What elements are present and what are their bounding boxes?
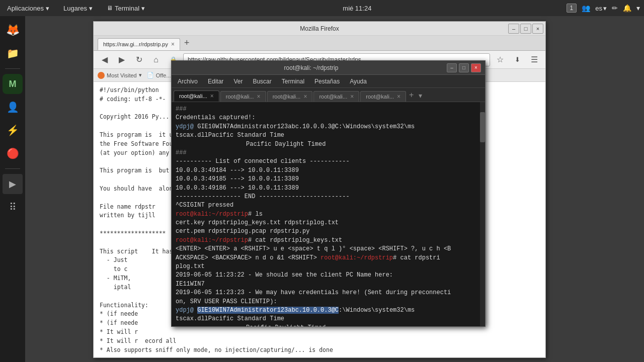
term-line-tscax2: tscax.dllPacific Standard Time: [176, 315, 475, 323]
terminal-titlebar: root@kali: ~/rdpstrip – □ ×: [172, 61, 485, 75]
firefox-tabbar: https://raw.gi...r/rdpstrip.py × +: [94, 36, 545, 51]
terminal-title: root@kali: ~/rdpstrip: [176, 64, 447, 71]
term-menu-buscar[interactable]: Buscar: [251, 77, 273, 86]
lang-arrow: ▾: [603, 5, 607, 12]
term-tab-4-close[interactable]: ×: [350, 93, 354, 100]
apps-menu[interactable]: Aplicaciones ▾: [4, 4, 52, 13]
places-menu[interactable]: Lugares ▾: [60, 4, 96, 13]
terminal-output: ### Credentials captured!: ydpj@ GIE10WI…: [176, 105, 475, 326]
term-maximize-btn[interactable]: □: [459, 63, 469, 72]
term-line-ls-output2: cert.pem rdpstriplog.pcap rdpstrip.py: [176, 227, 475, 236]
close-button[interactable]: ×: [532, 24, 543, 34]
term-tab-1-label: root@kali...: [179, 93, 207, 99]
scrollbar-thumb[interactable]: [480, 112, 485, 142]
tab-menu-button[interactable]: ▾: [417, 92, 424, 100]
power-arrow[interactable]: ▾: [636, 4, 640, 12]
taskbar-tool6[interactable]: 🔴: [3, 143, 23, 163]
user-icon[interactable]: 👥: [582, 4, 590, 12]
taskbar-separator-2: [5, 168, 20, 169]
taskbar-avatar[interactable]: 👤: [3, 97, 23, 117]
bookmark-star[interactable]: ☆: [493, 53, 507, 67]
term-menu-archivo[interactable]: Archivo: [176, 77, 200, 86]
taskbar-files[interactable]: 📁: [3, 43, 23, 63]
firefox-window-controls: – □ ×: [508, 24, 543, 34]
minimize-button[interactable]: –: [508, 24, 519, 34]
firefox-icon-small: [98, 72, 105, 79]
terminal-window-controls: – □ ×: [447, 63, 481, 72]
taskbar-firefox[interactable]: 🦊: [3, 20, 23, 40]
term-tab-3-close[interactable]: ×: [303, 93, 307, 100]
term-tab-5-close[interactable]: ×: [397, 93, 400, 100]
terminal-menubar: Archivo Editar Ver Buscar Terminal Pesta…: [172, 75, 485, 88]
tab-1-close[interactable]: ×: [171, 41, 175, 48]
badge-number: 1: [567, 4, 577, 13]
firefox-tab-1[interactable]: https://raw.gi...r/rdpstrip.py ×: [98, 38, 180, 50]
term-menu-ver[interactable]: Ver: [231, 77, 245, 86]
terminal-menu-arrow: ▾: [141, 5, 145, 12]
add-tab-button[interactable]: +: [407, 90, 416, 100]
bookmark-offer-icon: 📄: [147, 72, 154, 78]
term-close-btn[interactable]: ×: [471, 63, 481, 72]
taskbar: 🦊 📁 M 👤 ⚡ 🔴 ▶ ⠿: [0, 16, 25, 362]
term-line-creds: Credentials captured!:: [176, 114, 475, 122]
places-menu-arrow: ▾: [89, 5, 93, 12]
back-button[interactable]: ◀: [98, 53, 112, 67]
forward-button[interactable]: ▶: [115, 53, 129, 67]
lang-selector[interactable]: es ▾: [595, 5, 607, 12]
term-tab-5-label: root@kali...: [366, 94, 394, 100]
term-tab-2-label: root@kali...: [226, 94, 254, 100]
bookmark-visited[interactable]: Most Visited ▾: [98, 72, 142, 79]
taskbar-separator: [5, 68, 20, 69]
term-menu-terminal[interactable]: Terminal: [280, 77, 306, 86]
taskbar-metasploit[interactable]: M: [3, 74, 23, 94]
terminal-menu[interactable]: 🖥 Terminal ▾: [104, 4, 148, 13]
firefox-title: Mozilla Firefox: [300, 25, 339, 32]
term-line-ts1: 2019-06-05 11:23:22 - We should see the …: [176, 271, 475, 280]
home-button[interactable]: ⌂: [149, 53, 163, 67]
maximize-button[interactable]: □: [520, 24, 531, 34]
system-tray: 1 👥 es ▾ ✏ 🔔 ▾: [567, 4, 640, 13]
term-line-clients-footer: ------------------ END -----------------…: [176, 193, 475, 201]
term-line-cmd-ls: root@kali:~/rdpstrip# ls: [176, 210, 475, 219]
term-line-tscax1: tscax.dllPacific Standard Time: [176, 131, 475, 140]
notifications-icon[interactable]: 🔔: [623, 4, 631, 12]
term-line-pacific2: Pacific Daylight Timed: [176, 324, 475, 326]
term-line-ie11win7: IE11WIN7: [176, 280, 475, 289]
places-menu-label: Lugares: [63, 5, 87, 12]
term-line-comment2: ###: [176, 149, 475, 157]
term-tab-5[interactable]: root@kali... ×: [360, 91, 406, 102]
term-tab-1[interactable]: root@kali... ×: [174, 90, 219, 102]
terminal-scrollbar[interactable]: [480, 102, 485, 326]
download-button[interactable]: ⬇: [510, 53, 524, 67]
menu-button[interactable]: ☰: [527, 53, 541, 67]
term-tab-4-label: root@kali...: [319, 94, 347, 100]
terminal-window: root@kali: ~/rdpstrip – □ × Archivo Edit…: [171, 60, 486, 327]
term-line-keys-output1: <ENTER> <ENTER> a <RSHIFT> u e <space> t…: [176, 245, 475, 253]
reload-button[interactable]: ↻: [132, 53, 146, 67]
term-tab-3[interactable]: root@kali... ×: [267, 91, 313, 102]
tab-1-label: https://raw.gi...r/rdpstrip.py: [103, 41, 168, 47]
terminal-body[interactable]: ### Credentials captured!: ydpj@ GIE10WI…: [172, 102, 485, 326]
new-tab-button[interactable]: +: [181, 38, 193, 48]
term-line-comment1: ###: [176, 105, 475, 114]
term-tab-2-close[interactable]: ×: [257, 93, 261, 100]
term-tab-3-label: root@kali...: [273, 94, 301, 100]
term-menu-editar[interactable]: Editar: [206, 77, 225, 86]
term-menu-ayuda[interactable]: Ayuda: [348, 77, 369, 86]
term-tab-4[interactable]: root@kali... ×: [313, 91, 359, 102]
term-line-client1: 10.0.0.3:49184 ---> 10.0.0.11:3389: [176, 166, 475, 175]
term-menu-pestanas[interactable]: Pestañas: [312, 77, 342, 86]
system-bar: Aplicaciones ▾ Lugares ▾ 🖥 Terminal ▾ mi…: [0, 0, 644, 16]
taskbar-grid[interactable]: ⠿: [3, 197, 23, 217]
terminal-tabs: root@kali... × root@kali... × root@kali.…: [172, 88, 485, 102]
term-tab-2[interactable]: root@kali... ×: [220, 91, 266, 102]
bookmark-offer[interactable]: 📄 Offe...: [147, 72, 171, 78]
taskbar-terminal-mini[interactable]: ▶: [3, 174, 23, 194]
term-minimize-btn[interactable]: –: [447, 63, 457, 72]
bookmark-visited-arrow: ▾: [139, 72, 142, 78]
taskbar-burp[interactable]: ⚡: [3, 120, 23, 140]
term-line-client2: 10.0.0.3:49185 ---> 10.0.0.11:3389: [176, 175, 475, 184]
edit-icon[interactable]: ✏: [612, 4, 618, 12]
term-tab-1-close[interactable]: ×: [210, 93, 214, 100]
term-line-plog: plog.txt: [176, 262, 475, 271]
